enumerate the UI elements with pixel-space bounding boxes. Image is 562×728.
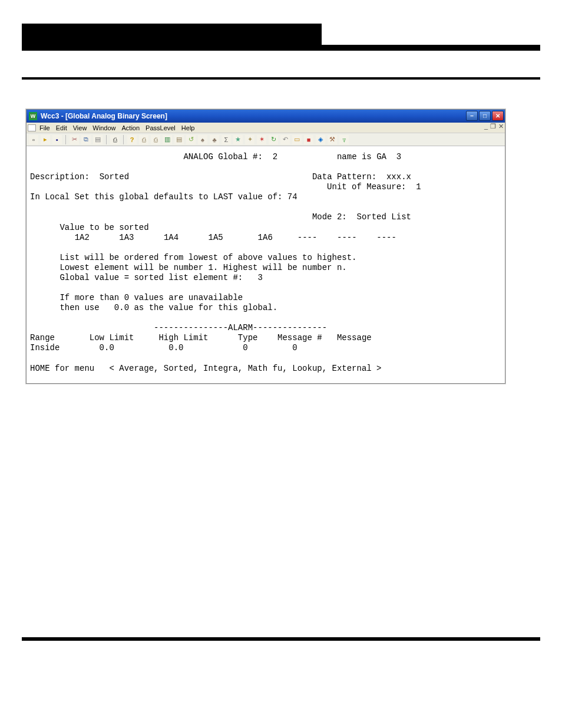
refresh2-icon[interactable]: ↻ <box>269 135 278 144</box>
alarm-row: Inside 0.0 0.0 0 0 <box>30 343 297 353</box>
doc-icon[interactable]: ▥ <box>163 135 172 144</box>
unavail-line-2: then use 0.0 as the value for this globa… <box>59 303 277 312</box>
mdi-restore-button[interactable]: ❐ <box>490 123 496 130</box>
printer2-icon[interactable]: ⎙ <box>139 135 148 144</box>
header-black-block <box>22 24 322 45</box>
toolbar-sep <box>65 135 66 144</box>
body-line-2: Lowest element will be number 1. Highest… <box>59 263 346 272</box>
stop-icon[interactable]: ■ <box>304 135 313 144</box>
toolbar-sep3 <box>123 135 124 144</box>
body-line-3-value: 3 <box>258 273 263 282</box>
mode-value: Sorted List <box>357 212 411 222</box>
menu-edit[interactable]: Edit <box>56 124 67 131</box>
menu-action[interactable]: Action <box>121 124 140 131</box>
app-icon: W <box>29 112 37 120</box>
mdi-doc-icon <box>28 124 36 131</box>
back-icon[interactable]: ↶ <box>280 135 290 144</box>
value-sorted-label: Value to be sorted <box>59 223 148 232</box>
menu-window[interactable]: Window <box>92 124 115 131</box>
header-black-extend <box>22 45 540 51</box>
bell-icon[interactable]: ♠ <box>198 135 207 144</box>
app-window: W Wcc3 - [Global Analog Binary Screen] –… <box>26 109 505 384</box>
footer-line: HOME for menu < Average, Sorted, Integra… <box>30 364 382 373</box>
help-icon[interactable]: ? <box>127 135 137 144</box>
titlebar: W Wcc3 - [Global Analog Binary Screen] –… <box>27 110 505 123</box>
uom-label: Unit of Measure: <box>327 182 406 192</box>
header-label: ANALOG Global #: <box>183 152 262 162</box>
target-icon[interactable]: ◈ <box>316 135 325 144</box>
content-area: ANALOG Global #: 2 name is GA 3 Descript… <box>27 146 505 383</box>
toolbar-sep2 <box>106 135 107 144</box>
tree-icon[interactable]: ⍒ <box>339 135 349 144</box>
mode-label: Mode 2: <box>312 212 347 222</box>
copy2-icon[interactable]: ▤ <box>174 135 184 144</box>
star-icon[interactable]: ★ <box>233 135 243 144</box>
horizontal-rule-bottom <box>22 637 540 641</box>
name-label: name is GA <box>337 152 386 162</box>
close-button[interactable]: ✕ <box>492 111 504 121</box>
alarm-headers: Range Low Limit High Limit Type Message … <box>30 333 372 342</box>
name-number: 3 <box>396 152 401 162</box>
sort-item-3: 1A4 <box>164 233 178 242</box>
sort-item-4: 1A5 <box>209 233 223 242</box>
maximize-button[interactable]: □ <box>479 111 491 121</box>
sort-item-7: ---- <box>337 233 357 242</box>
star2-icon[interactable]: ✶ <box>257 135 266 144</box>
local-set-line: In Local Set this global defaults to LAS… <box>30 192 297 202</box>
data-pattern-label: Data Pattern: <box>312 172 376 182</box>
alarm-divider: ---------------ALARM--------------- <box>154 323 327 332</box>
window-title: Wcc3 - [Global Analog Binary Screen] <box>41 112 167 120</box>
copy-icon[interactable]: ⧉ <box>81 135 91 144</box>
description-label: Description: <box>30 172 90 182</box>
menubar: File Edit View Window Action PassLevel H… <box>27 123 505 133</box>
description-value: Sorted <box>100 172 129 182</box>
sort-item-2: 1A3 <box>119 233 134 242</box>
data-pattern-value: xxx.x <box>386 172 411 182</box>
minimize-button[interactable]: – <box>466 111 478 121</box>
body-line-1: List will be ordered from lowest of abov… <box>59 253 356 262</box>
sigma-icon[interactable]: Σ <box>222 135 231 144</box>
menu-file[interactable]: File <box>39 124 50 131</box>
save-icon[interactable]: ▪ <box>52 135 62 144</box>
menu-help[interactable]: Help <box>181 124 195 131</box>
new-icon[interactable]: ▫ <box>29 135 38 144</box>
uom-value: 1 <box>416 182 421 192</box>
wand-icon[interactable]: ✦ <box>245 135 254 144</box>
bell2-icon[interactable]: ♣ <box>210 135 219 144</box>
sort-item-5: 1A6 <box>258 233 273 242</box>
toolbar: ▫ ▸ ▪ ✂ ⧉ ▤ ⎙ ? ⎙ ⎙ ▥ ▤ ↺ ♠ ♣ Σ ★ ✦ ✶ ↻ … <box>27 133 505 146</box>
menu-view[interactable]: View <box>73 124 87 131</box>
unavail-line-1: If more than 0 values are unavailable <box>59 293 243 302</box>
cut-icon[interactable]: ✂ <box>70 135 79 144</box>
refresh-icon[interactable]: ↺ <box>186 135 196 144</box>
sort-item-6: ---- <box>297 233 318 242</box>
paste-icon[interactable]: ▤ <box>93 135 103 144</box>
sort-item-1: 1A2 <box>75 233 90 242</box>
open-icon[interactable]: ▸ <box>41 135 50 144</box>
mdi-close-button[interactable]: ✕ <box>498 123 504 130</box>
tool-icon[interactable]: ⚒ <box>328 135 337 144</box>
menu-passlevel[interactable]: PassLevel <box>146 124 176 131</box>
print-icon[interactable]: ⎙ <box>110 135 120 144</box>
horizontal-rule-top <box>22 77 540 80</box>
mdi-minimize-button[interactable]: _ <box>484 123 488 130</box>
sort-item-8: ---- <box>376 233 396 242</box>
box-icon[interactable]: ▭ <box>292 135 302 144</box>
printer3-icon[interactable]: ⎙ <box>151 135 160 144</box>
header-number: 2 <box>273 152 277 162</box>
body-line-3-label: Global value = sorted list element #: <box>59 273 243 282</box>
